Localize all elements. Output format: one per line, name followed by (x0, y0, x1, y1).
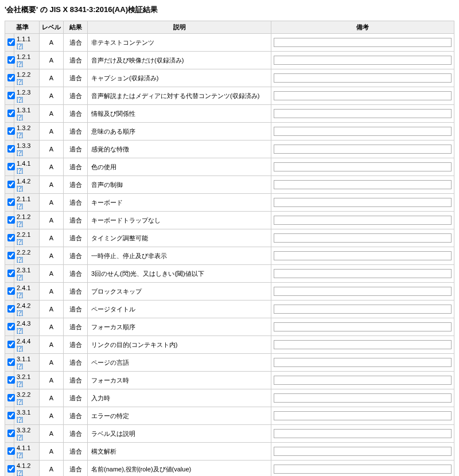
note-input[interactable] (274, 376, 452, 385)
row-checkbox[interactable] (7, 198, 15, 206)
table-header-row: 基準 レベル 結果 説明 備考 (5, 21, 454, 34)
row-checkbox[interactable] (7, 163, 15, 170)
row-checkbox[interactable] (7, 447, 15, 455)
note-input[interactable] (274, 287, 452, 296)
criterion-number: 2.1.1 (17, 196, 30, 202)
help-link[interactable]: [?] (17, 292, 23, 298)
note-input[interactable] (274, 145, 452, 154)
help-link[interactable]: [?] (17, 167, 23, 174)
criterion-number: 1.2.1 (17, 53, 30, 60)
row-checkbox[interactable] (7, 110, 15, 117)
description-cell: キーボードトラップなし (88, 212, 271, 229)
help-link[interactable]: [?] (17, 416, 23, 423)
help-link[interactable]: [?] (17, 434, 23, 440)
help-link[interactable]: [?] (17, 345, 23, 352)
row-checkbox[interactable] (7, 56, 15, 64)
help-link[interactable]: [?] (17, 61, 23, 67)
row-checkbox[interactable] (7, 341, 15, 348)
note-input[interactable] (274, 251, 452, 260)
table-row: 1.2.1 [?]A適合音声だけ及び映像だけ(収録済み) (5, 52, 454, 69)
table-row: 3.3.2 [?]A適合ラベル又は説明 (5, 425, 454, 443)
note-input[interactable] (274, 127, 452, 136)
row-checkbox[interactable] (7, 216, 15, 224)
page-title: '会社概要' の JIS X 8341-3:2016(AA)検証結果 (5, 5, 454, 15)
level-cell: A (40, 194, 64, 212)
help-link[interactable]: [?] (17, 96, 23, 103)
level-cell: A (40, 123, 64, 141)
note-input[interactable] (274, 198, 452, 207)
criterion-number: 1.3.3 (17, 142, 30, 149)
help-link[interactable]: [?] (17, 221, 23, 227)
help-link[interactable]: [?] (17, 381, 23, 387)
help-link[interactable]: [?] (17, 203, 23, 209)
note-input[interactable] (274, 411, 452, 420)
help-link[interactable]: [?] (17, 43, 23, 49)
note-input[interactable] (274, 162, 452, 171)
row-checkbox[interactable] (7, 181, 15, 188)
result-cell: 適合 (64, 407, 88, 425)
help-link[interactable]: [?] (17, 256, 23, 263)
help-link[interactable]: [?] (17, 470, 23, 476)
criterion-number: 1.3.2 (17, 124, 30, 131)
description-cell: 音声だけ及び映像だけ(収録済み) (88, 52, 271, 69)
help-link[interactable]: [?] (17, 274, 23, 280)
help-link[interactable]: [?] (17, 327, 23, 334)
row-checkbox[interactable] (7, 287, 15, 295)
note-input[interactable] (274, 269, 452, 278)
row-checkbox[interactable] (7, 430, 15, 437)
validation-table: 基準 レベル 結果 説明 備考 1.1.1 [?]A適合非テキストコンテンツ1.… (5, 21, 454, 476)
row-checkbox[interactable] (7, 74, 15, 81)
help-link[interactable]: [?] (17, 239, 23, 245)
row-checkbox[interactable] (7, 38, 15, 46)
note-input[interactable] (274, 465, 452, 474)
header-level: レベル (40, 21, 64, 34)
level-cell: A (40, 318, 64, 336)
note-input[interactable] (274, 233, 452, 243)
note-input[interactable] (274, 358, 452, 367)
help-link[interactable]: [?] (17, 399, 23, 405)
table-row: 2.2.2 [?]A適合一時停止、停止及び非表示 (5, 247, 454, 265)
criterion-number: 2.2.1 (17, 231, 30, 238)
help-link[interactable]: [?] (17, 114, 23, 120)
criterion-number: 2.1.2 (17, 213, 30, 220)
result-cell: 適合 (64, 34, 88, 52)
header-criterion: 基準 (5, 21, 40, 34)
note-input[interactable] (274, 429, 452, 438)
row-checkbox[interactable] (7, 234, 15, 241)
note-input[interactable] (274, 73, 452, 83)
row-checkbox[interactable] (7, 305, 15, 313)
note-input[interactable] (274, 38, 452, 47)
row-checkbox[interactable] (7, 323, 15, 330)
help-link[interactable]: [?] (17, 310, 23, 316)
note-input[interactable] (274, 305, 452, 314)
note-input[interactable] (274, 91, 452, 100)
row-checkbox[interactable] (7, 376, 15, 384)
note-input[interactable] (274, 216, 452, 225)
row-checkbox[interactable] (7, 92, 15, 99)
help-link[interactable]: [?] (17, 363, 23, 369)
row-checkbox[interactable] (7, 252, 15, 259)
criterion-number: 3.1.1 (17, 356, 30, 362)
row-checkbox[interactable] (7, 465, 15, 473)
description-cell: 3回のせん(閃)光、又はしきい(閾)値以下 (88, 265, 271, 283)
help-link[interactable]: [?] (17, 452, 23, 458)
row-checkbox[interactable] (7, 145, 15, 153)
criterion-number: 3.3.2 (17, 427, 30, 434)
note-input[interactable] (274, 109, 452, 118)
description-cell: 色の使用 (88, 158, 271, 176)
help-link[interactable]: [?] (17, 150, 23, 156)
note-input[interactable] (274, 393, 452, 403)
help-link[interactable]: [?] (17, 132, 23, 138)
row-checkbox[interactable] (7, 412, 15, 419)
row-checkbox[interactable] (7, 394, 15, 401)
row-checkbox[interactable] (7, 270, 15, 277)
note-input[interactable] (274, 322, 452, 331)
note-input[interactable] (274, 180, 452, 189)
row-checkbox[interactable] (7, 358, 15, 366)
row-checkbox[interactable] (7, 127, 15, 135)
note-input[interactable] (274, 340, 452, 349)
help-link[interactable]: [?] (17, 79, 23, 85)
help-link[interactable]: [?] (17, 185, 23, 192)
note-input[interactable] (274, 56, 452, 65)
note-input[interactable] (274, 447, 452, 456)
